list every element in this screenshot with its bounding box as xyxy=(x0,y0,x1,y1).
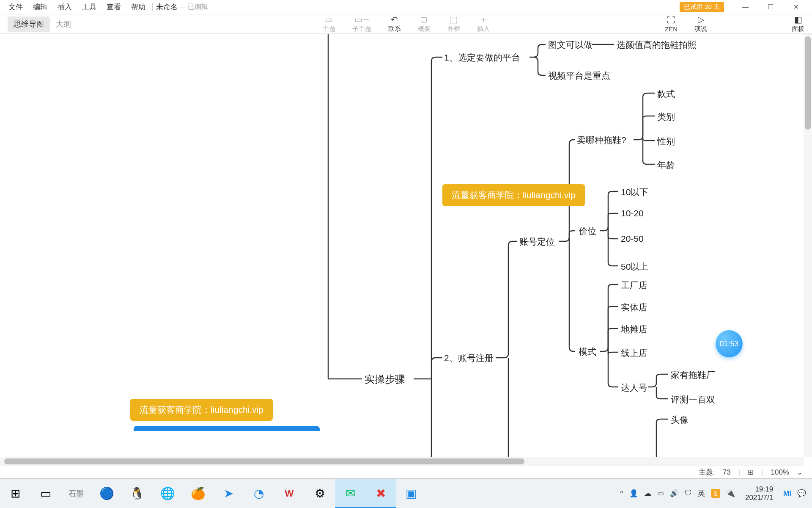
boundary-icon: ⬚ xyxy=(450,15,458,24)
tray-security-icon[interactable]: 🛡 xyxy=(685,489,692,498)
tray-sogou-icon[interactable]: S xyxy=(711,489,720,498)
app-baidu-icon[interactable]: 🔵 xyxy=(91,479,122,508)
tray-notifications-icon[interactable]: 💬 xyxy=(797,489,806,498)
tray-cloud-icon[interactable]: ☁ xyxy=(644,489,651,498)
app-generic1-icon[interactable]: 🍊 xyxy=(183,479,213,508)
menu-insert[interactable]: 插入 xyxy=(52,2,77,12)
watermark-2: 流量获客商学院：liuliangchi.vip xyxy=(130,399,273,421)
node-gender[interactable]: 性别 xyxy=(657,135,675,147)
tray-chevron-icon[interactable]: ^ xyxy=(620,489,623,498)
node-platform[interactable]: 1、选定要做的平台 xyxy=(444,52,520,64)
system-clock[interactable]: 19:19 2021/7/1 xyxy=(741,485,777,502)
node-tuwen[interactable]: 图文可以做 xyxy=(548,39,593,51)
app-dingtalk-icon[interactable]: ◔ xyxy=(244,479,274,508)
horizontal-scrollbar[interactable] xyxy=(0,457,804,466)
tab-mindmap[interactable]: 思维导图 xyxy=(8,17,50,32)
vertical-scrollbar[interactable] xyxy=(804,34,812,457)
summary-icon: ⊐ xyxy=(420,15,428,24)
zen-button[interactable]: ⛶ZEN xyxy=(665,15,678,33)
zoom-value[interactable]: 100% xyxy=(771,468,789,477)
tray-ime-icon[interactable]: 英 xyxy=(698,489,705,498)
node-p3[interactable]: 20-50 xyxy=(621,234,644,244)
subtopic-button[interactable]: ▭─子主题 xyxy=(352,15,371,33)
window-maximize-button[interactable]: ☐ xyxy=(758,0,783,14)
node-category[interactable]: 类别 xyxy=(657,111,675,123)
menu-help[interactable]: 帮助 xyxy=(126,2,151,12)
relation-button[interactable]: ↶联系 xyxy=(388,15,401,33)
panel-icon: ◧ xyxy=(794,15,802,24)
summary-button[interactable]: ⊐概要 xyxy=(418,15,431,33)
window-close-button[interactable]: ✕ xyxy=(783,0,809,14)
plus-icon: ＋ xyxy=(479,15,488,24)
app-wechat-icon[interactable]: ✉ xyxy=(335,479,365,508)
node-style[interactable]: 款式 xyxy=(657,88,675,100)
node-register[interactable]: 2、账号注册 xyxy=(444,352,494,364)
boundary-button[interactable]: ⬚外框 xyxy=(447,15,460,33)
trial-badge[interactable]: 已试用 20 天 xyxy=(680,2,724,12)
blue-node-partial[interactable] xyxy=(134,426,320,431)
menu-bar: 文件 编辑 插入 工具 查看 帮助 未命名 — 已编辑 已试用 20 天 — ☐… xyxy=(0,0,812,14)
tray-people-icon[interactable]: 👤 xyxy=(629,489,638,498)
toolbar: 思维导图 大纲 ▭主题 ▭─子主题 ↶联系 ⊐概要 ⬚外框 ＋插入 ⛶ZEN ▷… xyxy=(0,14,812,34)
node-video[interactable]: 视频平台是重点 xyxy=(548,70,610,82)
node-root[interactable]: 实操步骤 xyxy=(365,373,405,386)
timer-bubble[interactable]: 01:53 xyxy=(716,330,743,357)
node-tuwen-child[interactable]: 选颜值高的拖鞋拍照 xyxy=(617,39,697,51)
topic-count-value: 73 xyxy=(723,468,731,477)
document-status: — 已编辑 xyxy=(179,3,208,11)
node-m5b[interactable]: 评测一百双 xyxy=(671,394,715,406)
node-p2[interactable]: 10-20 xyxy=(621,208,644,218)
play-icon: ▷ xyxy=(698,15,704,24)
node-avatar[interactable]: 头像 xyxy=(671,414,689,426)
zoom-dropdown-icon[interactable]: ⌄ xyxy=(797,468,803,477)
zen-icon: ⛶ xyxy=(667,15,675,25)
document-name: 未命名 xyxy=(154,2,178,12)
node-which[interactable]: 卖哪种拖鞋? xyxy=(577,134,626,146)
node-p4[interactable]: 50以上 xyxy=(621,261,648,273)
topic-icon: ▭ xyxy=(325,15,333,24)
taskview-icon[interactable]: ▭ xyxy=(30,479,61,508)
app-todesk-icon[interactable]: ▣ xyxy=(396,479,426,508)
node-mode[interactable]: 模式 xyxy=(579,346,596,358)
app-wps-icon[interactable]: W xyxy=(274,479,304,508)
start-button[interactable]: ⊞ xyxy=(0,479,30,508)
app-feishu-icon[interactable]: ➤ xyxy=(213,479,244,508)
windows-taskbar[interactable]: ⊞ ▭ 石墨 🔵 🐧 🌐 🍊 ➤ ◔ W ⚙ ✉ ✖ ▣ ^ 👤 ☁ ▭ 🔊 🛡… xyxy=(0,478,812,508)
tray-mi-icon[interactable]: MI xyxy=(783,489,791,498)
window-minimize-button[interactable]: — xyxy=(732,0,758,14)
menu-tools[interactable]: 工具 xyxy=(77,2,102,12)
node-age[interactable]: 年龄 xyxy=(657,159,675,171)
topic-button[interactable]: ▭主题 xyxy=(323,15,335,33)
tab-outline[interactable]: 大纲 xyxy=(50,17,77,32)
menu-file[interactable]: 文件 xyxy=(3,2,28,12)
app-settings-icon[interactable]: ⚙ xyxy=(304,479,335,508)
node-price[interactable]: 价位 xyxy=(579,225,596,237)
node-m2[interactable]: 实体店 xyxy=(621,301,647,313)
app-chrome-icon[interactable]: 🌐 xyxy=(152,479,183,508)
mindmap-canvas[interactable]: 实操步骤 1、选定要做的平台 图文可以做 选颜值高的拖鞋拍照 视频平台是重点 2… xyxy=(0,34,812,466)
tray-battery-icon[interactable]: 🔌 xyxy=(726,489,735,498)
insert-button[interactable]: ＋插入 xyxy=(477,15,490,33)
relation-icon: ↶ xyxy=(391,15,398,24)
node-position[interactable]: 账号定位 xyxy=(519,236,555,248)
subtopic-icon: ▭─ xyxy=(354,15,368,24)
divider xyxy=(152,3,153,11)
menu-edit[interactable]: 编辑 xyxy=(28,2,52,12)
tray-volume-icon[interactable]: 🔊 xyxy=(670,489,679,498)
present-button[interactable]: ▷演说 xyxy=(694,15,707,33)
system-tray[interactable]: ^ 👤 ☁ ▭ 🔊 🛡 英 S 🔌 19:19 2021/7/1 MI 💬 xyxy=(614,485,812,502)
map-icon[interactable]: ⊞ xyxy=(748,468,754,477)
panel-button[interactable]: ◧面板 xyxy=(792,15,804,33)
tray-screen-icon[interactable]: ▭ xyxy=(657,489,664,498)
node-m4[interactable]: 线上店 xyxy=(621,347,647,359)
node-m1[interactable]: 工厂店 xyxy=(621,279,647,291)
app-xmind-icon[interactable]: ✖ xyxy=(365,479,396,508)
node-m3[interactable]: 地摊店 xyxy=(621,323,647,335)
app-shimo-icon[interactable]: 石墨 xyxy=(61,479,91,508)
node-m5a[interactable]: 家有拖鞋厂 xyxy=(671,369,715,381)
watermark-1: 流量获客商学院：liuliangchi.vip xyxy=(442,184,585,206)
node-m5[interactable]: 达人号 xyxy=(621,382,647,394)
app-qq-icon[interactable]: 🐧 xyxy=(122,479,152,508)
node-p1[interactable]: 10以下 xyxy=(621,186,648,198)
menu-view[interactable]: 查看 xyxy=(102,2,126,12)
